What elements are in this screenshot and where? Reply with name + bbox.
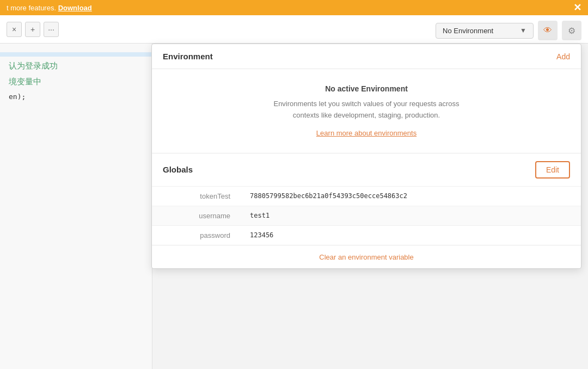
banner-text: t more features. Download (7, 4, 92, 12)
variables-table: tokenTest 78805799582bec6b21a0f54393c50e… (152, 186, 581, 245)
highlighted-row (0, 52, 152, 57)
edit-globals-button[interactable]: Edit (535, 161, 570, 179)
panel-header: Environment Add (152, 44, 581, 69)
var-value: test1 (239, 206, 581, 225)
var-key: username (152, 206, 239, 225)
env-dropdown-label: No Environment (443, 27, 493, 35)
eye-icon-button[interactable]: 👁 (538, 21, 558, 40)
globals-section: Globals Edit tokenTest 78805799582bec6b2… (152, 153, 581, 245)
var-value: 123456 (239, 225, 581, 245)
table-row: tokenTest 78805799582bec6b21a0f54393c50e… (152, 186, 581, 206)
var-value: 78805799582bec6b21a0f54393c50ecce54863c2 (239, 186, 581, 206)
clear-environment-link[interactable]: Clear an environment variable (319, 253, 413, 261)
panel-footer: Clear an environment variable (152, 245, 581, 268)
table-row: username test1 (152, 206, 581, 225)
code-text: en); (9, 93, 143, 101)
chinese-text-1: 认为登录成功 (9, 61, 143, 71)
banner-close-icon[interactable]: ✕ (573, 2, 581, 14)
table-row: password 123456 (152, 225, 581, 245)
environment-dropdown[interactable]: No Environment ▼ (436, 23, 534, 39)
left-content: 认为登录成功 境变量中 en); (0, 44, 152, 109)
var-key: password (152, 225, 239, 245)
left-panel: 认为登录成功 境变量中 en); (0, 44, 152, 369)
no-active-environment-section: No active Environment Environments let y… (152, 69, 581, 153)
close-tab-button[interactable]: × (7, 22, 22, 37)
panel-title: Environment (163, 52, 213, 61)
no-active-description: Environments let you switch values of yo… (163, 99, 570, 121)
more-tabs-button[interactable]: ··· (44, 22, 59, 37)
globals-title: Globals (163, 165, 193, 174)
globals-header: Globals Edit (152, 153, 581, 186)
chevron-down-icon: ▼ (520, 27, 526, 34)
tab-controls: × + ··· (7, 22, 59, 37)
add-tab-button[interactable]: + (25, 22, 40, 37)
download-link[interactable]: Download (58, 4, 92, 12)
var-key: tokenTest (152, 186, 239, 206)
banner-message: t more features. (7, 4, 58, 12)
gear-icon: ⚙ (568, 26, 575, 36)
gear-icon-button[interactable]: ⚙ (562, 21, 581, 40)
top-banner: t more features. Download ✕ (0, 0, 588, 15)
chinese-text-2: 境变量中 (9, 77, 143, 87)
environment-area: No Environment ▼ 👁 ⚙ (436, 21, 581, 40)
environment-panel: Environment Add No active Environment En… (151, 44, 581, 269)
add-environment-button[interactable]: Add (556, 52, 570, 61)
eye-icon: 👁 (543, 26, 552, 35)
learn-more-link[interactable]: Learn more about environments (316, 129, 416, 137)
no-active-title: No active Environment (163, 84, 570, 93)
